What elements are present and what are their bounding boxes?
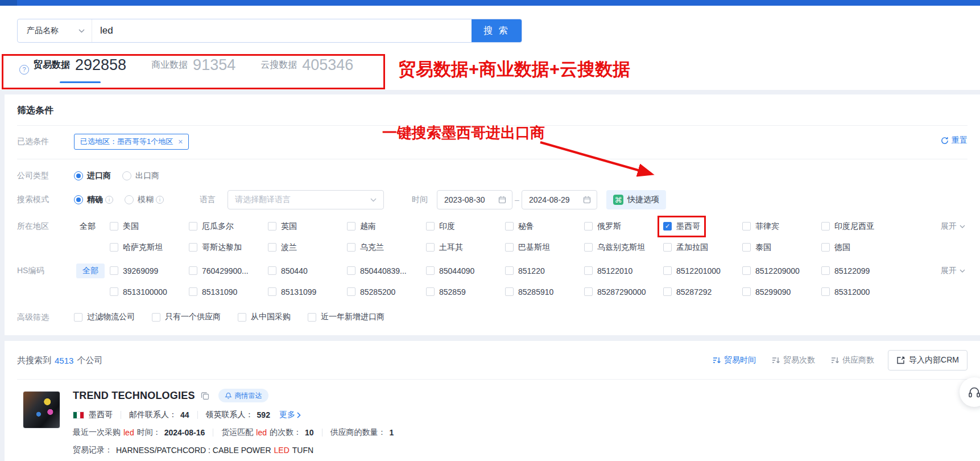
- region-checkbox[interactable]: 俄罗斯: [584, 221, 663, 232]
- import-crm-button[interactable]: 导入内部CRM: [888, 350, 967, 371]
- close-icon[interactable]: [178, 137, 183, 146]
- results-header: 共搜索到 4513 个公司 贸易时间 贸易次数 供应商数: [5, 350, 980, 371]
- hs-code-checkbox[interactable]: 85285910: [505, 287, 584, 297]
- hs-code-checkbox[interactable]: 8512201000: [663, 266, 742, 275]
- hs-code-checkbox[interactable]: 85131090: [189, 287, 268, 297]
- checkbox-icon: [584, 222, 593, 230]
- quick-options-button[interactable]: 快捷选项: [606, 190, 666, 209]
- hs-code-checkbox[interactable]: 85299090: [742, 287, 821, 297]
- radar-bell-icon: [225, 392, 232, 400]
- hs-code-checkbox[interactable]: 85131099: [268, 287, 347, 297]
- hs-code-checkbox[interactable]: 850440839...: [347, 266, 426, 275]
- checkbox-label: 39269099: [123, 266, 158, 275]
- region-checkbox[interactable]: 英国: [268, 221, 347, 232]
- checkbox-icon: [742, 266, 751, 275]
- search-type-select[interactable]: 产品名称: [18, 19, 92, 42]
- checkbox-label: 哈萨克斯坦: [123, 242, 163, 253]
- radio-fuzzy-mode[interactable]: 模糊: [125, 195, 164, 205]
- checkbox-label: 852859: [439, 287, 466, 297]
- start-date-picker[interactable]: 2023-08-30: [437, 190, 512, 209]
- tab-business-data[interactable]: 商业数据 91354: [151, 56, 235, 83]
- command-icon: [613, 195, 623, 205]
- hs-code-checkbox[interactable]: 85285200: [347, 287, 426, 297]
- language-label: 语言: [200, 195, 216, 205]
- advanced-checkbox[interactable]: 近一年新增进口商: [308, 312, 384, 322]
- question-circle-icon[interactable]: [19, 65, 29, 75]
- region-checkbox[interactable]: 泰国: [742, 242, 821, 253]
- hs-all-link[interactable]: 全部: [76, 264, 105, 278]
- search-button[interactable]: 搜 索: [472, 19, 522, 42]
- hs-code-checkbox[interactable]: 85287292: [663, 287, 742, 297]
- search-mode-row: 搜索模式 精确 模糊 语言 请选择翻译语言 时间 202: [5, 190, 980, 210]
- tab-cloud-search-data[interactable]: 云搜数据 405346: [260, 56, 353, 83]
- hs-code-checkbox[interactable]: 39269099: [110, 266, 189, 275]
- company-result-card[interactable]: TREND TECHNOLOGIES 商情雷达 墨西哥 邮件联系人： 44: [5, 380, 980, 461]
- hs-code-checkbox[interactable]: 850440: [268, 266, 347, 275]
- match-times: 10: [305, 428, 314, 437]
- region-checkbox[interactable]: 越南: [347, 221, 426, 232]
- region-checkbox[interactable]: 印度: [426, 221, 505, 232]
- checkbox-label: 8512209000: [755, 266, 800, 275]
- reset-button[interactable]: 重置: [941, 135, 967, 146]
- hs-code-checkbox[interactable]: 85287290000: [584, 287, 663, 297]
- selected-region-tag[interactable]: 已选地区：墨西哥等1个地区: [74, 134, 189, 150]
- region-checkbox[interactable]: 波兰: [268, 242, 347, 253]
- info-icon[interactable]: [105, 196, 113, 204]
- hs-code-checkbox[interactable]: 85044090: [426, 266, 505, 275]
- radio-exporter[interactable]: 出口商: [122, 171, 159, 181]
- checkbox-label: 760429900...: [202, 266, 249, 275]
- sort-supplier-count[interactable]: 供应商数: [831, 355, 874, 365]
- region-expand-link[interactable]: 展开: [941, 221, 965, 232]
- checkbox-label: 850440: [281, 266, 308, 275]
- region-checkbox[interactable]: 菲律宾: [742, 221, 821, 232]
- sort-icon: [831, 356, 840, 364]
- end-date-picker[interactable]: 2024-08-29: [522, 190, 597, 209]
- advanced-checkbox[interactable]: 从中国采购: [238, 312, 291, 322]
- language-select[interactable]: 请选择翻译语言: [228, 190, 384, 209]
- hs-code-filter-row: HS编码 全部 39269099760429900...850440850440…: [5, 260, 980, 302]
- keyword-highlight: led: [256, 428, 267, 437]
- business-radar-badge[interactable]: 商情雷达: [218, 389, 268, 402]
- advanced-checkbox[interactable]: 只有一个供应商: [152, 312, 221, 322]
- advanced-checkbox[interactable]: 过滤物流公司: [74, 312, 135, 322]
- region-all-link[interactable]: 全部: [74, 221, 110, 232]
- hs-code-checkbox[interactable]: 8513100000: [110, 287, 189, 297]
- hs-code-checkbox[interactable]: 85122099: [821, 266, 900, 275]
- region-checkbox[interactable]: 乌兹别克斯坦: [584, 242, 663, 253]
- info-icon[interactable]: [156, 196, 164, 204]
- hs-code-checkbox[interactable]: 852859: [426, 287, 505, 297]
- region-checkbox[interactable]: 哥斯达黎加: [189, 242, 268, 253]
- more-link[interactable]: 更多: [279, 410, 301, 420]
- checkbox-icon: [189, 287, 197, 296]
- radio-exact-mode[interactable]: 精确: [74, 195, 113, 205]
- company-name[interactable]: TREND TECHNOLOGIES: [73, 390, 195, 402]
- region-checkbox[interactable]: 印度尼西亚: [821, 221, 900, 232]
- tab-count: 292858: [75, 56, 126, 74]
- sort-trade-count[interactable]: 贸易次数: [772, 355, 815, 365]
- region-checkbox[interactable]: 美国: [110, 221, 189, 232]
- region-checkbox[interactable]: 哈萨克斯坦: [110, 242, 189, 253]
- hs-code-checkbox[interactable]: 851220: [505, 266, 584, 275]
- region-checkbox[interactable]: 巴基斯坦: [505, 242, 584, 253]
- region-checkbox[interactable]: 秘鲁: [505, 221, 584, 232]
- hs-code-checkbox[interactable]: 760429900...: [189, 266, 268, 275]
- hs-code-checkbox[interactable]: 8512209000: [742, 266, 821, 275]
- region-checkbox[interactable]: 孟加拉国: [663, 242, 742, 253]
- search-input[interactable]: [92, 19, 472, 42]
- hs-code-expand-link[interactable]: 展开: [941, 266, 965, 276]
- sort-trade-time[interactable]: 贸易时间: [713, 355, 756, 365]
- checkbox-icon: [189, 266, 197, 275]
- region-checkbox[interactable]: 德国: [821, 242, 900, 253]
- checkbox-label: 近一年新增进口商: [321, 312, 384, 322]
- hs-code-checkbox[interactable]: 85122010: [584, 266, 663, 275]
- hs-code-checkbox[interactable]: 85312000: [821, 287, 900, 297]
- region-checkbox[interactable]: 厄瓜多尔: [189, 221, 268, 232]
- mexico-flag-icon: [73, 411, 84, 419]
- sort-icon: [713, 356, 721, 364]
- region-checkbox[interactable]: 土耳其: [426, 242, 505, 253]
- tab-trade-data[interactable]: 贸易数据 292858: [34, 56, 126, 83]
- region-checkbox[interactable]: 乌克兰: [347, 242, 426, 253]
- region-checkbox[interactable]: 墨西哥: [663, 221, 742, 232]
- radio-importer[interactable]: 进口商: [74, 171, 111, 181]
- copy-icon[interactable]: [201, 392, 209, 400]
